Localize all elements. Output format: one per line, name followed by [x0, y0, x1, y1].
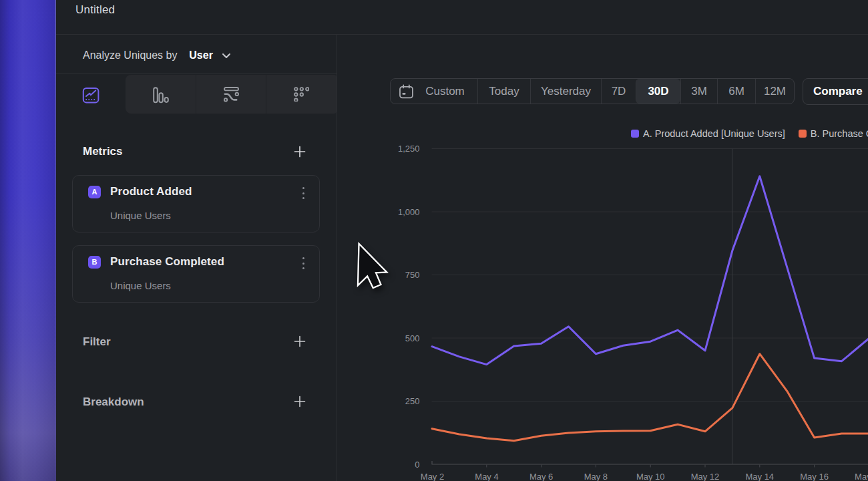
svg-text:1,000: 1,000 — [398, 207, 420, 217]
svg-text:May 18: May 18 — [855, 472, 868, 481]
svg-text:May 4: May 4 — [475, 472, 498, 481]
svg-text:May 8: May 8 — [584, 472, 608, 481]
svg-text:1,250: 1,250 — [398, 144, 420, 154]
svg-text:May 10: May 10 — [636, 472, 665, 481]
svg-text:May 6: May 6 — [529, 472, 553, 481]
svg-text:May 12: May 12 — [691, 472, 720, 481]
svg-text:0: 0 — [415, 460, 419, 470]
svg-text:May 16: May 16 — [800, 472, 829, 481]
svg-text:750: 750 — [405, 270, 420, 280]
svg-text:May 14: May 14 — [745, 472, 774, 481]
svg-text:250: 250 — [405, 396, 420, 406]
svg-text:500: 500 — [405, 333, 420, 343]
svg-text:May 2: May 2 — [421, 472, 444, 481]
